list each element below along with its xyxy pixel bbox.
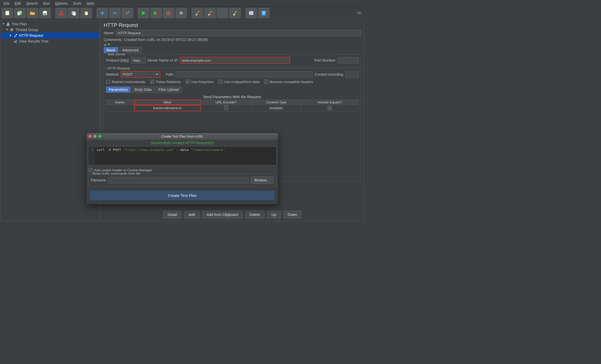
- svg-rect-24: [14, 42, 15, 43]
- curl-code[interactable]: curl -X POST "https://www.example.com" -…: [95, 147, 276, 165]
- toolbar-shutdown-icon[interactable]: [175, 8, 187, 18]
- toolbar-copy-icon[interactable]: [68, 8, 79, 18]
- browse-button[interactable]: Browse...: [251, 177, 274, 184]
- editor-title: HTTP Request: [104, 22, 361, 28]
- menu-search[interactable]: Search: [24, 1, 40, 6]
- toolbar-new-icon[interactable]: [2, 8, 13, 18]
- server-name-input[interactable]: [180, 57, 290, 63]
- tree-node-view-results[interactable]: View Results Tree: [1, 38, 99, 44]
- detail-button[interactable]: Detail: [163, 211, 181, 219]
- menu-edit[interactable]: Edit: [12, 1, 24, 6]
- col-value[interactable]: Value: [134, 100, 201, 105]
- col-name[interactable]: Name:: [106, 100, 134, 105]
- filename-input[interactable]: [108, 177, 249, 183]
- delete-button[interactable]: Delete: [245, 211, 264, 219]
- comments-text: Created from cURL on 2019-07-05T22:34:27…: [124, 38, 208, 42]
- create-test-plan-button[interactable]: Create Test Plan: [90, 190, 275, 201]
- toolbar-help-icon[interactable]: ?: [258, 8, 269, 18]
- method-select[interactable]: POST: [121, 71, 160, 78]
- toolbar-start-no-timers-icon[interactable]: [150, 8, 162, 18]
- close-icon[interactable]: [89, 135, 92, 138]
- down-button[interactable]: Down: [283, 211, 302, 219]
- svg-rect-9: [73, 12, 76, 15]
- gear-icon: [10, 28, 14, 32]
- tree-node-http-request[interactable]: HTTP Request: [1, 33, 99, 38]
- webserver-section: Web Server Protocol [http]: Server Name …: [104, 54, 361, 67]
- read-from-file-section: Read cURL commands from file Filename Br…: [89, 174, 276, 187]
- toolbar-open-icon[interactable]: [27, 8, 38, 18]
- cell-name[interactable]: [106, 105, 134, 111]
- toolbar-save-icon[interactable]: [39, 8, 51, 18]
- menu-run[interactable]: Run: [40, 1, 52, 6]
- svg-point-16: [220, 12, 222, 14]
- col-include-equals[interactable]: Include Equals?: [301, 100, 358, 105]
- svg-rect-5: [44, 14, 46, 15]
- toolbar-stop-icon[interactable]: [163, 8, 174, 18]
- toolbar-reset-search-icon[interactable]: [229, 8, 241, 18]
- port-input[interactable]: [338, 57, 359, 63]
- keepalive-checkbox[interactable]: Use KeepAlive: [186, 80, 214, 84]
- up-button[interactable]: Up: [267, 211, 281, 219]
- params-table[interactable]: Name: Value URL Encode? Content-Type Inc…: [106, 99, 359, 111]
- menu-file[interactable]: File: [1, 1, 12, 6]
- name-input[interactable]: [116, 30, 361, 36]
- zoom-icon[interactable]: [98, 135, 102, 138]
- toolbar-cut-icon[interactable]: [55, 8, 67, 18]
- dialog-titlebar[interactable]: Create Test Plan from cURL: [86, 133, 278, 140]
- toolbar-wand-icon[interactable]: [122, 8, 133, 18]
- curl-text-area[interactable]: 1 curl -X POST "https://www.example.com"…: [88, 146, 276, 165]
- toolbar-clear-all-icon[interactable]: [204, 8, 216, 18]
- toolbar-start-icon[interactable]: [138, 8, 149, 18]
- multipart-checkbox[interactable]: Use multipart/form-data: [218, 80, 260, 84]
- toolbar-templates-icon[interactable]: [14, 8, 26, 18]
- tree-node-thread-group[interactable]: Thread Group: [1, 27, 99, 33]
- menubar: File Edit Search Run Options Tools Help: [0, 0, 364, 7]
- menu-options[interactable]: Options: [52, 1, 70, 6]
- toolbar-add-icon[interactable]: [97, 8, 108, 18]
- http-request-legend: HTTP Request: [107, 66, 131, 70]
- add-from-clipboard-button[interactable]: Add from Clipboard: [202, 211, 243, 219]
- tab-body-data[interactable]: Body Data: [132, 86, 154, 93]
- toolbar-search-icon[interactable]: [217, 8, 228, 18]
- tree-node-test-plan[interactable]: Test Plan: [1, 21, 99, 27]
- cell-include-equals[interactable]: [301, 105, 358, 111]
- minimize-icon[interactable]: [93, 135, 97, 138]
- protocol-label: Protocol [http]:: [106, 58, 129, 62]
- expand-icon[interactable]: [9, 34, 12, 37]
- col-content-type[interactable]: Content-Type: [251, 100, 301, 105]
- svg-rect-11: [85, 12, 88, 15]
- toolbar-remove-icon[interactable]: [109, 8, 121, 18]
- protocol-input[interactable]: [131, 57, 146, 63]
- toolbar-clear-icon[interactable]: [192, 8, 203, 18]
- tab-parameters[interactable]: Parameters: [106, 86, 131, 93]
- encoding-input[interactable]: [346, 71, 359, 78]
- checkbox[interactable]: [328, 106, 332, 110]
- cell-value[interactable]: fname=s&lname=b: [134, 105, 201, 111]
- add-button[interactable]: Add: [184, 211, 199, 219]
- tree-label: HTTP Request: [19, 33, 43, 38]
- menu-tools[interactable]: Tools: [70, 1, 84, 6]
- elapsed-timer: 00:: [357, 11, 363, 15]
- dialog-title: Create Test Plan from cURL: [161, 134, 203, 138]
- test-plan-tree[interactable]: Test Plan Thread Group HTTP Request View…: [1, 20, 100, 221]
- col-urlencode[interactable]: URL Encode?: [201, 100, 251, 105]
- svg-rect-25: [15, 41, 16, 43]
- toolbar-function-helper-icon[interactable]: [245, 8, 257, 18]
- splitter-handle[interactable]: [104, 44, 110, 46]
- follow-redirects-checkbox[interactable]: Follow Redirects: [150, 80, 181, 84]
- menu-help[interactable]: Help: [84, 1, 97, 6]
- table-row[interactable]: fname=s&lname=b text/plain: [106, 105, 359, 111]
- checkbox[interactable]: [224, 105, 228, 110]
- svg-point-12: [128, 11, 129, 12]
- browser-headers-checkbox[interactable]: Browser-compatible headers: [264, 80, 313, 84]
- path-input[interactable]: [176, 71, 313, 78]
- cell-urlencode[interactable]: [201, 105, 251, 111]
- expand-icon[interactable]: [2, 22, 5, 26]
- filename-label: Filename: [91, 178, 106, 182]
- expand-icon[interactable]: [5, 28, 9, 31]
- cell-content-type[interactable]: text/plain: [251, 105, 301, 111]
- redirect-auto-checkbox[interactable]: Redirect Automatically: [106, 80, 145, 84]
- tab-files-upload[interactable]: Files Upload: [156, 86, 182, 93]
- toolbar-paste-icon[interactable]: [80, 8, 92, 18]
- params-button-bar: Detail Add Add from Clipboard Delete Up …: [101, 211, 364, 219]
